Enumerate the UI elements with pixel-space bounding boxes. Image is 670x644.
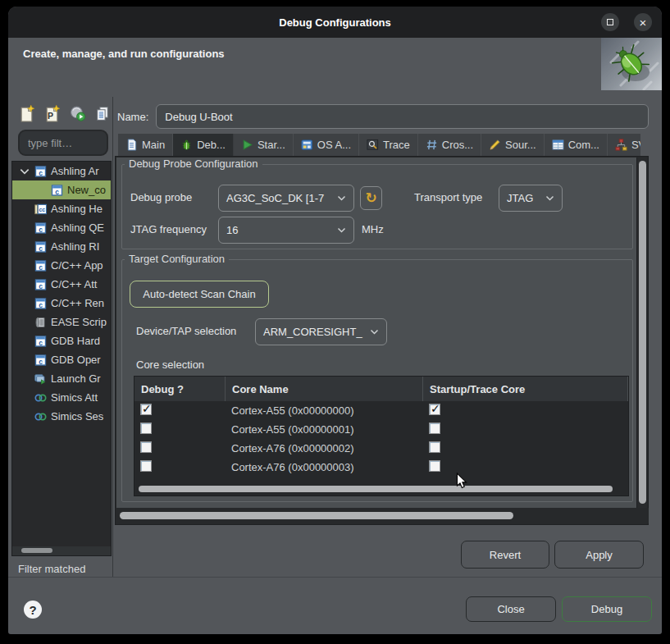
startup-trace-checkbox[interactable] (429, 422, 440, 434)
svg-text:c: c (39, 338, 43, 346)
console-icon: c (34, 336, 47, 347)
tab-cros[interactable]: Cros... (418, 134, 481, 156)
name-label: Name: (117, 111, 148, 123)
device-tap-combo[interactable]: ARM_CORESIGHT_ (255, 318, 387, 345)
tab-sour[interactable]: Sour... (481, 134, 545, 156)
maximize-button[interactable] (601, 13, 619, 31)
tree-item-ashling-ar[interactable]: cAshling Ar (12, 162, 111, 180)
chevron-down-icon (337, 227, 346, 234)
frequency-unit-label: MHz (362, 223, 384, 235)
debug-checkbox[interactable] (140, 460, 152, 472)
tree-horizontal-scrollbar[interactable] (12, 546, 111, 555)
tree-item-gdb-oper[interactable]: cGDB Oper (12, 350, 111, 369)
table-row[interactable]: Cortex-A76 (0x00000003) (134, 458, 628, 477)
core-selection-label: Core selection (136, 359, 204, 371)
play-icon (241, 139, 253, 151)
table-row[interactable]: Cortex-A55 (0x00000000) (134, 401, 628, 420)
configurations-tree[interactable]: cAshling ArcNew_coccAshling HecAshling Q… (11, 161, 112, 556)
tree-item-ashling-qe[interactable]: cAshling QE (12, 218, 111, 237)
tree-item-c-c-app[interactable]: cC/C++ App (12, 256, 111, 275)
new-configuration-icon[interactable] (18, 105, 35, 122)
apply-button[interactable]: Apply (554, 541, 644, 569)
table-scrollbar-thumb[interactable] (139, 486, 613, 492)
tab-star[interactable]: Star... (234, 134, 294, 156)
table-row[interactable]: Cortex-A55 (0x00000001) (134, 420, 628, 439)
duplicate-configuration-icon[interactable] (94, 105, 112, 122)
tab-trace[interactable]: Trace (359, 134, 418, 156)
window-title: Debug Configurations (279, 16, 391, 29)
tree-item-new-co[interactable]: cNew_co (12, 180, 111, 199)
target-configuration-group: Target Configuration Auto-detect Scan Ch… (121, 259, 633, 502)
dialog-subtitle: Create, manage, and run configurations (23, 48, 225, 60)
tree-item-simics-att[interactable]: Simics Att (12, 388, 111, 407)
table-row[interactable]: Cortex-A76 (0x00000002) (134, 439, 628, 458)
transport-type-value: JTAG (507, 192, 533, 204)
tree-item-label: EASE Scrip (51, 316, 107, 328)
tree-item-c-c-att[interactable]: cC/C++ Att (12, 275, 111, 294)
tab-com[interactable]: Com... (545, 134, 608, 156)
tab-deb[interactable]: Deb... (173, 134, 234, 156)
autodetect-scan-chain-button[interactable]: Auto-detect Scan Chain (130, 281, 269, 308)
tree-item-gdb-hard[interactable]: cGDB Hard (12, 331, 111, 350)
tab-svd[interactable]: SVD ... (608, 134, 640, 156)
chevron-expanded-icon[interactable] (19, 167, 30, 176)
tree-item-ashling-ri[interactable]: cAshling RI (12, 237, 111, 256)
revert-button[interactable]: Revert (461, 541, 549, 569)
tree-item-label: Launch Gr (51, 372, 101, 385)
titlebar[interactable]: Debug Configurations × (8, 7, 662, 38)
debug-checkbox[interactable] (140, 422, 152, 434)
new-prototype-icon[interactable]: P (43, 105, 61, 122)
transport-type-combo[interactable]: JTAG (499, 185, 563, 212)
tab-label: Sour... (505, 139, 536, 151)
close-window-button[interactable]: × (634, 13, 652, 31)
tree-item-label: C/C++ Att (51, 278, 97, 290)
tree-scrollbar-thumb[interactable] (21, 548, 52, 553)
close-icon: × (640, 16, 647, 29)
core-name-cell: Cortex-A55 (0x00000000) (226, 404, 423, 417)
filter-input[interactable] (18, 130, 108, 156)
tree-item-launch-gr[interactable]: Launch Gr (12, 369, 111, 388)
column-header-core-name[interactable]: Core Name (226, 377, 423, 401)
tree-item-label: Ashling He (51, 203, 103, 215)
startup-trace-checkbox[interactable] (429, 404, 440, 415)
svg-text:cc: cc (39, 207, 45, 212)
table-header-row: Debug ? Core Name Startup/Trace Core (134, 377, 628, 401)
console-double-icon: cc (34, 203, 47, 215)
startup-trace-checkbox[interactable] (429, 460, 440, 472)
debug-checkbox[interactable] (140, 441, 152, 453)
column-header-startup-trace[interactable]: Startup/Trace Core (423, 377, 628, 401)
close-button[interactable]: Close (466, 596, 556, 622)
export-configuration-icon[interactable] (69, 105, 86, 122)
tab-main[interactable]: Main (118, 134, 173, 156)
debug-probe-label: Debug probe (130, 191, 192, 203)
console-icon: c (34, 298, 47, 309)
debug-checkbox[interactable] (140, 404, 152, 415)
debug-cell (134, 460, 226, 474)
content-horizontal-scrollbar[interactable] (116, 508, 649, 523)
startup-trace-checkbox[interactable] (429, 441, 440, 453)
tab-osa[interactable]: OS A... (294, 134, 359, 156)
table-horizontal-scrollbar[interactable] (136, 485, 627, 493)
svg-text:c: c (55, 187, 59, 195)
tree-item-c-c-ren[interactable]: cC/C++ Ren (12, 294, 111, 313)
tree-item-label: New_co (67, 184, 106, 196)
debug-button[interactable]: Debug (562, 596, 652, 622)
tab-label: Trace (383, 139, 410, 151)
horizontal-scrollbar-thumb[interactable] (120, 512, 513, 519)
panel-divider[interactable] (112, 97, 113, 577)
configuration-name-input[interactable] (156, 104, 649, 129)
content-vertical-scrollbar[interactable] (636, 158, 647, 509)
svg-text:c: c (39, 168, 43, 176)
column-header-debug[interactable]: Debug ? (134, 377, 226, 401)
tree-item-ashling-he[interactable]: ccAshling He (12, 199, 111, 218)
debug-probe-combo[interactable]: AG3C_SoC_DK [1-7 (218, 185, 354, 212)
doc-icon (125, 139, 138, 151)
refresh-probes-button[interactable]: ↻ (360, 186, 382, 210)
tree-item-ease-scrip[interactable]: EASE Scrip (12, 313, 111, 331)
vertical-scrollbar-thumb[interactable] (639, 161, 646, 504)
help-button[interactable]: ? (24, 601, 42, 619)
startup-trace-cell (423, 460, 628, 474)
jtag-frequency-combo[interactable]: 16 (218, 217, 354, 244)
tree-item-simics-ses[interactable]: Simics Ses (12, 407, 111, 426)
refresh-icon: ↻ (365, 191, 376, 205)
